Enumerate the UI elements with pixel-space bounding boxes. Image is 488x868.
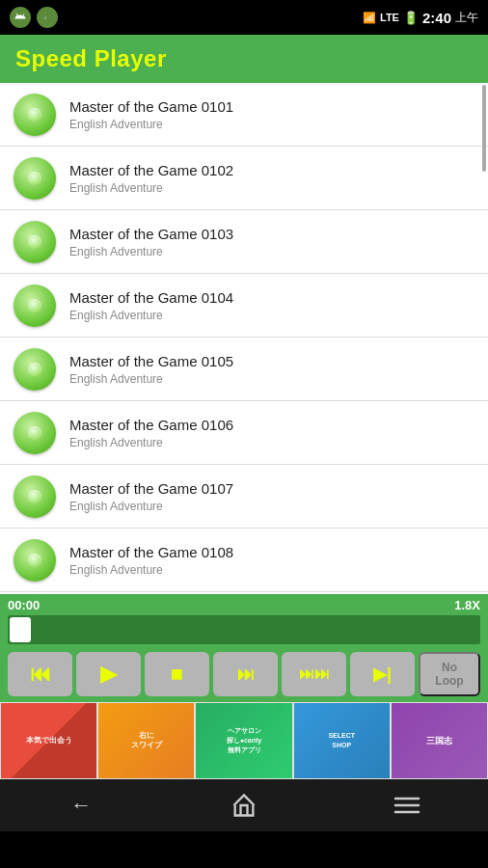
scrollbar[interactable] [482, 85, 486, 172]
player-bar: 00:00 1.8X ⏮ ▶ ■ ⏭ ⏭⏭ ▶| No Loop [0, 594, 488, 702]
track-title-8: Master of the Game 0108 [69, 544, 474, 560]
progress-thumb[interactable] [10, 617, 31, 642]
track-title-7: Master of the Game 0107 [69, 480, 474, 497]
ad-3[interactable]: ヘアサロン探し●canty無料アプリ [196, 703, 291, 778]
play-button-3[interactable] [14, 221, 56, 263]
list-item[interactable]: Master of the Game 0103 English Adventur… [0, 210, 488, 274]
play-button-7[interactable] [14, 475, 56, 518]
play-button-1[interactable] [14, 94, 56, 136]
play-button-4[interactable] [14, 285, 56, 327]
playlist: Master of the Game 0101 English Adventur… [0, 83, 488, 594]
skip-forward-button[interactable]: ⏭ [213, 652, 278, 696]
ad-5[interactable]: 三国志 [392, 703, 487, 778]
play-button-2[interactable] [14, 157, 56, 200]
ad-banner[interactable]: 本気で出会う 右にスワイプ ヘアサロン探し●canty無料アプリ SELECTS… [0, 702, 488, 779]
stop-button[interactable]: ■ [145, 652, 209, 696]
status-bar-left: ♪ [10, 7, 58, 28]
ad-4[interactable]: SELECTSHOP [294, 703, 390, 778]
stop-icon: ■ [171, 664, 183, 685]
play-button-6[interactable] [14, 412, 56, 454]
app-title: Speed Player [15, 45, 167, 72]
back-icon: ← [70, 793, 92, 818]
controls-row: ⏮ ▶ ■ ⏭ ⏭⏭ ▶| No Loop [8, 648, 480, 702]
list-item[interactable]: Master of the Game 0104 English Adventur… [0, 274, 488, 338]
list-item[interactable]: Master of the Game 0105 English Adventur… [0, 338, 488, 401]
list-item[interactable]: Master of the Game 0108 English Adventur… [0, 529, 488, 592]
next-track-button[interactable]: ⏭⏭ [282, 652, 346, 696]
playback-speed: 1.8X [454, 598, 480, 612]
menu-icon [393, 795, 420, 816]
track-subtitle-8: English Adventure [69, 563, 474, 577]
play-button[interactable]: ▶ [76, 652, 141, 696]
track-subtitle-5: English Adventure [69, 372, 474, 386]
progress-bar[interactable] [8, 615, 480, 644]
track-title-3: Master of the Game 0103 [69, 226, 474, 242]
android-icon [10, 7, 31, 28]
list-item[interactable]: Master of the Game 0109 [0, 592, 488, 594]
menu-button[interactable] [383, 786, 431, 825]
track-subtitle-4: English Adventure [69, 309, 474, 322]
status-bar: ♪ 📶 LTE 🔋 2:40 上午 [0, 0, 488, 35]
status-ampm: 上午 [455, 10, 478, 26]
ad-1[interactable]: 本気で出会う [1, 703, 96, 778]
home-button[interactable] [220, 786, 268, 825]
track-title-2: Master of the Game 0102 [69, 162, 474, 178]
track-subtitle-6: English Adventure [69, 436, 474, 449]
time-row: 00:00 1.8X [8, 598, 480, 612]
prev-track-icon: ⏮ [30, 664, 51, 685]
svg-text:♪: ♪ [44, 14, 47, 20]
prev-track-button[interactable]: ⏮ [8, 652, 72, 696]
track-subtitle-2: English Adventure [69, 181, 474, 195]
ad-2[interactable]: 右にスワイプ [98, 703, 194, 778]
list-item[interactable]: Master of the Game 0106 English Adventur… [0, 401, 488, 465]
current-time: 00:00 [8, 598, 40, 612]
play-icon: ▶ [100, 664, 117, 685]
bottom-nav: ← [0, 779, 488, 831]
play-button-8[interactable] [14, 539, 56, 582]
track-title-5: Master of the Game 0105 [69, 353, 474, 369]
loop-button[interactable]: No Loop [419, 652, 480, 696]
step-forward-button[interactable]: ▶| [350, 652, 415, 696]
loop-label-2: Loop [435, 674, 463, 688]
home-icon [230, 792, 258, 819]
next-track-icon: ⏭⏭ [299, 666, 330, 682]
app-bar: Speed Player [0, 35, 488, 83]
list-item[interactable]: Master of the Game 0101 English Adventur… [0, 83, 488, 147]
list-item[interactable]: Master of the Game 0107 English Adventur… [0, 465, 488, 529]
app-icon: ♪ [37, 7, 58, 28]
track-title-6: Master of the Game 0106 [69, 417, 474, 433]
status-bar-right: 📶 LTE 🔋 2:40 上午 [363, 10, 478, 26]
step-forward-icon: ▶| [373, 665, 392, 683]
lte-badge: LTE [380, 12, 399, 23]
battery-icon: 🔋 [403, 11, 419, 25]
status-time: 2:40 [422, 10, 451, 26]
track-title-1: Master of the Game 0101 [69, 98, 474, 115]
track-subtitle-3: English Adventure [69, 245, 474, 258]
loop-label-1: No [442, 661, 457, 674]
back-button[interactable]: ← [57, 786, 105, 825]
signal-bars-icon: 📶 [363, 12, 376, 24]
track-subtitle-1: English Adventure [69, 118, 474, 131]
play-button-5[interactable] [14, 348, 56, 391]
list-item[interactable]: Master of the Game 0102 English Adventur… [0, 147, 488, 210]
skip-forward-icon: ⏭ [237, 665, 255, 683]
track-title-4: Master of the Game 0104 [69, 289, 474, 306]
track-subtitle-7: English Adventure [69, 500, 474, 513]
